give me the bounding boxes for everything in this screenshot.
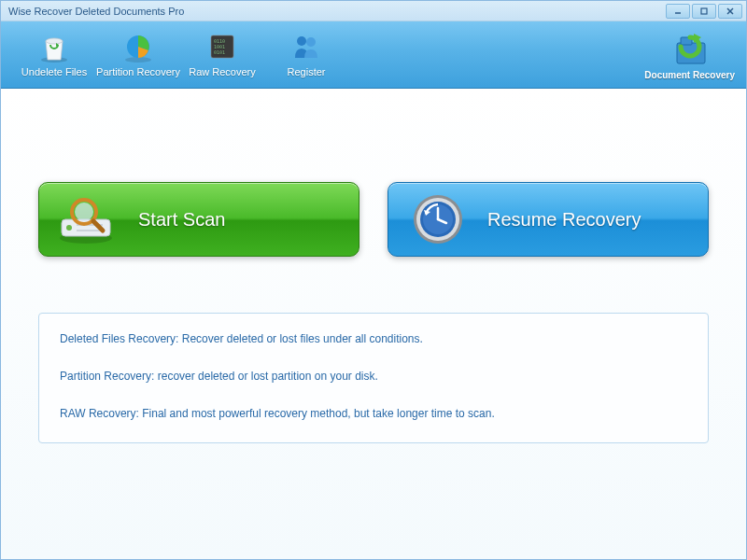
resume-recovery-button[interactable]: Resume Recovery: [388, 182, 709, 257]
svg-point-5: [46, 38, 63, 44]
start-scan-label: Start Scan: [133, 209, 342, 231]
logo-text: Document Recovery: [644, 70, 735, 80]
minimize-button[interactable]: [666, 4, 690, 19]
resume-recovery-label: Resume Recovery: [482, 209, 691, 231]
start-scan-button[interactable]: Start Scan: [38, 182, 359, 257]
window-controls: [666, 4, 742, 19]
toolbar: Undelete Files Partition Recovery 0110 1…: [1, 21, 746, 89]
toolbar-label: Register: [288, 66, 326, 77]
svg-point-13: [306, 37, 316, 47]
toolbar-label: Raw Recovery: [189, 66, 256, 77]
svg-point-22: [75, 203, 93, 221]
info-deleted-files: Deleted Files Recovery: Recover deleted …: [60, 332, 687, 345]
users-icon: [288, 31, 325, 64]
svg-point-12: [297, 36, 306, 46]
maximize-button[interactable]: [692, 4, 716, 19]
app-logo: Document Recovery: [644, 29, 735, 80]
action-buttons: Start Scan Resume Recovery: [38, 182, 709, 257]
info-panel: Deleted Files Recovery: Recover deleted …: [38, 313, 709, 443]
svg-point-18: [66, 225, 72, 231]
svg-rect-1: [701, 8, 707, 14]
svg-text:0101: 0101: [214, 49, 225, 55]
toolbar-raw-recovery[interactable]: 0110 1001 0101 Raw Recovery: [180, 31, 264, 77]
clock-restore-icon: [405, 189, 471, 249]
minimize-icon: [673, 7, 683, 16]
main-content: Start Scan Resume Recovery Deleted Files…: [1, 89, 746, 559]
toolbar-register[interactable]: Register: [264, 31, 348, 77]
document-recovery-icon: [667, 29, 713, 70]
toolbar-label: Undelete Files: [21, 66, 87, 77]
window-title: Wise Recover Deleted Documents Pro: [5, 6, 666, 17]
pie-chart-icon: [120, 31, 157, 64]
hard-drive-scan-icon: [56, 189, 121, 249]
close-button[interactable]: [718, 4, 742, 19]
info-raw-recovery: RAW Recovery: Final and most powerful re…: [60, 407, 687, 420]
info-partition-recovery: Partition Recovery: recover deleted or l…: [60, 370, 687, 383]
close-icon: [726, 7, 735, 16]
maximize-icon: [699, 7, 709, 16]
recycle-bin-icon: [35, 31, 73, 64]
toolbar-label: Partition Recovery: [96, 66, 180, 77]
toolbar-partition-recovery[interactable]: Partition Recovery: [96, 31, 180, 77]
binary-data-icon: 0110 1001 0101: [204, 31, 241, 64]
toolbar-undelete-files[interactable]: Undelete Files: [12, 31, 96, 77]
titlebar: Wise Recover Deleted Documents Pro: [1, 1, 746, 21]
